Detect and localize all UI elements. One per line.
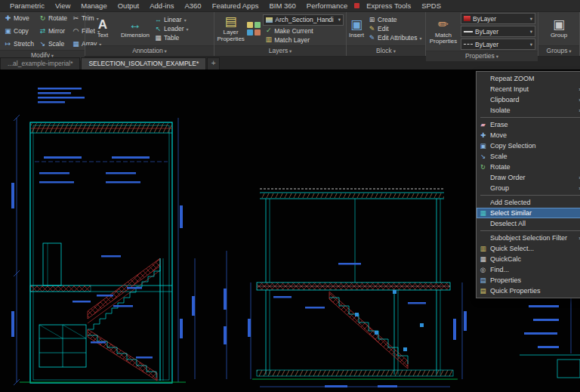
menu-view[interactable]: View bbox=[50, 2, 76, 10]
text-button[interactable]: Text bbox=[88, 18, 118, 39]
menu-a360[interactable]: A360 bbox=[179, 2, 206, 10]
rotate-icon bbox=[39, 15, 47, 22]
context-menu: Repeat ZOOM Recent Input› Clipboard› Iso… bbox=[476, 71, 580, 298]
cad-left-section bbox=[11, 88, 186, 385]
layer-unisolate-icon[interactable] bbox=[255, 22, 261, 28]
context-menu-item-erase[interactable]: Erase bbox=[477, 119, 580, 130]
panel-annotation: Text Dimension Linear Leader Table Annot… bbox=[85, 12, 214, 56]
move-button[interactable]: Move bbox=[2, 14, 35, 22]
match-layer-button[interactable]: Match Layer bbox=[263, 36, 344, 44]
group-button[interactable]: Group bbox=[544, 18, 574, 39]
linear-button[interactable]: Linear bbox=[153, 16, 190, 23]
linetype-dropdown[interactable]: ByLayer bbox=[461, 39, 535, 50]
context-menu-separator bbox=[480, 195, 580, 196]
layer-isolate-icon[interactable] bbox=[247, 22, 253, 28]
quick-select-icon bbox=[479, 245, 487, 252]
tab-selection-isolation-example[interactable]: SELECTION_ISOLATION_EXAMPLE* bbox=[81, 57, 206, 69]
lineweight-dropdown[interactable]: ByLayer bbox=[461, 26, 535, 37]
context-menu-item-find[interactable]: Find... bbox=[477, 264, 580, 275]
cad-corner-fragment bbox=[520, 296, 580, 378]
panel-block: Insert Create Edit Edit Attributes Block bbox=[347, 12, 426, 56]
make-current-button[interactable]: Make Current bbox=[263, 27, 344, 35]
leader-button[interactable]: Leader bbox=[153, 25, 190, 32]
edit-attributes-icon bbox=[368, 35, 376, 42]
menu-performance[interactable]: Performance bbox=[301, 2, 353, 10]
menu-featured-apps[interactable]: Featured Apps bbox=[207, 2, 264, 10]
context-menu-item-clipboard[interactable]: Clipboard› bbox=[477, 94, 580, 105]
express-tools-icon bbox=[354, 3, 359, 8]
edit-block-button[interactable]: Edit bbox=[366, 25, 423, 32]
menu-manage[interactable]: Manage bbox=[76, 2, 112, 10]
layer-freeze-icon[interactable] bbox=[247, 29, 253, 35]
panel-label-layers[interactable]: Layers bbox=[214, 45, 346, 56]
layer-properties-button[interactable]: Layer Properties bbox=[217, 15, 245, 42]
layer-color-swatch bbox=[266, 17, 273, 23]
panel-groups: Group Groups bbox=[538, 12, 580, 56]
array-icon bbox=[72, 41, 80, 48]
context-menu-item-isolate[interactable]: Isolate› bbox=[477, 105, 580, 116]
move-icon bbox=[4, 15, 12, 22]
copy-icon bbox=[4, 28, 12, 35]
ribbon: Move Rotate Trim Copy Mirror Fillet Stre… bbox=[0, 12, 580, 57]
panel-layers: Layer Properties Arch_Section_Handi Make… bbox=[214, 12, 347, 56]
mirror-button[interactable]: Mirror bbox=[37, 27, 69, 35]
mirror-icon bbox=[39, 28, 47, 35]
table-button[interactable]: Table bbox=[153, 34, 190, 42]
edit-attributes-button[interactable]: Edit Attributes bbox=[366, 34, 423, 42]
context-menu-item-quickcalc[interactable]: QuickCalc bbox=[477, 254, 580, 264]
context-menu-item-quick-properties[interactable]: Quick Properties bbox=[477, 286, 580, 296]
menubar: Parametric View Manage Output Add-ins A3… bbox=[0, 0, 580, 12]
panel-label-groups[interactable]: Groups bbox=[538, 45, 579, 56]
drawing-canvas[interactable]: Repeat ZOOM Recent Input› Clipboard› Iso… bbox=[0, 69, 580, 392]
context-menu-item-quick-select[interactable]: Quick Select... bbox=[477, 243, 580, 254]
create-block-button[interactable]: Create bbox=[366, 16, 423, 23]
menu-express-tools[interactable]: Express Tools bbox=[361, 2, 416, 10]
copy-button[interactable]: Copy bbox=[2, 27, 35, 35]
match-properties-button[interactable]: Match Properties bbox=[428, 18, 458, 45]
menu-output[interactable]: Output bbox=[113, 2, 145, 10]
layer-tools-cluster bbox=[247, 22, 261, 35]
make-current-icon bbox=[264, 27, 273, 34]
context-menu-item-select-similar[interactable]: Select Similar bbox=[477, 208, 580, 218]
stretch-button[interactable]: Stretch bbox=[2, 40, 35, 48]
context-menu-item-repeat-zoom[interactable]: Repeat ZOOM bbox=[477, 73, 580, 84]
tab-example-imperial[interactable]: ...al_example-imperial* bbox=[0, 57, 80, 69]
context-menu-item-draw-order[interactable]: Draw Order› bbox=[477, 172, 580, 183]
context-menu-separator bbox=[480, 117, 580, 118]
layer-off-icon[interactable] bbox=[255, 29, 261, 35]
context-menu-item-add-selected[interactable]: Add Selected bbox=[477, 197, 580, 208]
context-menu-item-copy-selection[interactable]: Copy Selection bbox=[477, 140, 580, 151]
autocad-window: Parametric View Manage Output Add-ins A3… bbox=[0, 0, 580, 392]
context-menu-item-scale[interactable]: Scale bbox=[477, 151, 580, 162]
layer-properties-icon bbox=[225, 15, 237, 29]
trim-icon bbox=[72, 15, 80, 22]
layer-select-dropdown[interactable]: Arch_Section_Handi bbox=[263, 14, 344, 26]
new-drawing-tab-button[interactable]: + bbox=[207, 57, 220, 69]
lineweight-icon bbox=[464, 31, 473, 32]
context-menu-item-deselect-all[interactable]: Deselect All bbox=[477, 218, 580, 229]
menu-parametric[interactable]: Parametric bbox=[5, 2, 50, 10]
find-icon bbox=[479, 267, 487, 273]
context-menu-item-group[interactable]: Group› bbox=[477, 183, 580, 193]
scale-button[interactable]: Scale bbox=[37, 40, 69, 48]
edit-block-icon bbox=[368, 26, 376, 32]
linear-icon bbox=[154, 17, 162, 23]
context-menu-item-recent-input[interactable]: Recent Input› bbox=[477, 84, 580, 94]
insert-button[interactable]: Insert bbox=[349, 18, 364, 39]
erase-icon bbox=[479, 122, 487, 128]
panel-label-annotation[interactable]: Annotation bbox=[85, 45, 214, 56]
select-similar-icon bbox=[479, 210, 487, 217]
context-menu-item-properties[interactable]: Properties bbox=[477, 275, 580, 286]
dimension-button[interactable]: Dimension bbox=[120, 18, 150, 39]
rotate-button[interactable]: Rotate bbox=[37, 14, 69, 22]
match-properties-icon bbox=[438, 18, 449, 32]
menu-spds[interactable]: SPDS bbox=[416, 2, 446, 10]
menu-bim-360[interactable]: BIM 360 bbox=[264, 2, 301, 10]
panel-label-block[interactable]: Block bbox=[347, 45, 425, 56]
menu-add-ins[interactable]: Add-ins bbox=[144, 2, 179, 10]
panel-label-properties[interactable]: Properties bbox=[426, 51, 538, 61]
context-menu-item-move[interactable]: Move bbox=[477, 130, 580, 140]
object-color-dropdown[interactable]: ByLayer bbox=[461, 13, 535, 24]
context-menu-item-subobject-selection-filter[interactable]: Subobject Selection Filter› bbox=[477, 233, 580, 243]
context-menu-item-rotate[interactable]: Rotate bbox=[477, 162, 580, 172]
